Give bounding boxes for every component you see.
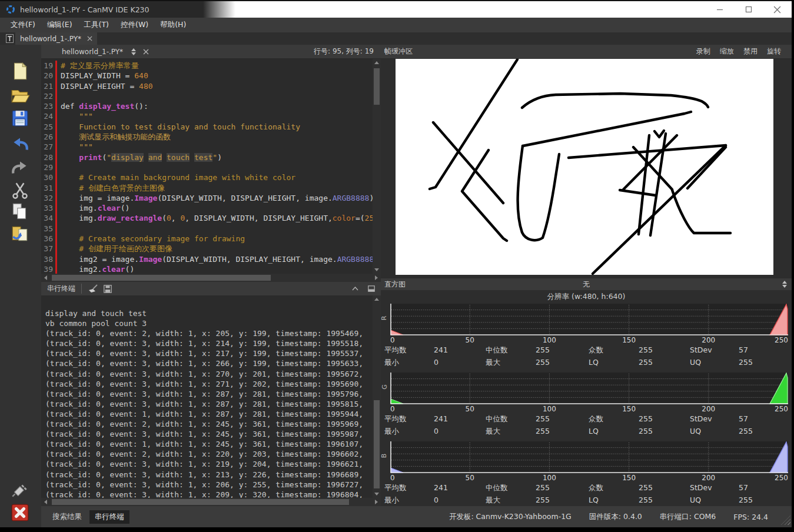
tab-helloworld[interactable]: helloworld_1-.PY* <box>15 32 97 45</box>
editor-hscrollbar[interactable] <box>41 274 381 282</box>
window-title: helloworld_1-.PY - CanMV IDE K230 <box>20 5 150 14</box>
modified-marker <box>55 122 57 132</box>
code-editor[interactable]: 19# 定义显示分辨率常量20DISPLAY_WIDTH = 64021DISP… <box>41 59 373 274</box>
code-line-37: 37 # 创建用于绘画的次要图像 <box>41 244 373 254</box>
code-line-39: 39 img2.clear() <box>41 264 373 274</box>
terminal-line-3: (track_id: 0, event: 3, width: 1, x: 214… <box>45 338 373 348</box>
terminal-output[interactable]: display and touch testvb common pool cou… <box>41 295 373 498</box>
channel-letter: G <box>381 384 388 390</box>
save-log-icon[interactable] <box>104 285 112 293</box>
detach-panel-icon[interactable] <box>368 285 375 292</box>
cursor-position: 行号: 95, 列号: 19 <box>314 46 374 56</box>
code-line-25: 25 Function to test display and touch fu… <box>41 122 373 132</box>
code-line-36: 36 # Create secondary image for drawing <box>41 234 373 244</box>
code-line-29: 29 <box>41 162 373 172</box>
code-line-20: 20DISPLAY_WIDTH = 640 <box>41 71 373 81</box>
channel-axis-ticks: 050100150200250 <box>390 405 788 414</box>
modified-marker <box>55 162 57 172</box>
editor-vscrollbar[interactable] <box>373 59 381 274</box>
terminal-line-14: (track_id: 0, event: 2, width: 1, x: 220… <box>45 449 373 459</box>
connect-button[interactable] <box>10 480 31 500</box>
new-file-button[interactable] <box>10 61 31 81</box>
modified-marker <box>55 142 57 152</box>
line-number: 28 <box>41 152 55 162</box>
framebuffer-button-0[interactable]: 录制 <box>692 45 715 58</box>
framebuffer-button-2[interactable]: 禁用 <box>739 45 762 58</box>
line-number: 32 <box>41 193 55 203</box>
channel-plot <box>390 441 788 473</box>
histogram-mode-combo-icon[interactable] <box>782 281 787 288</box>
redo-button[interactable] <box>10 158 31 178</box>
code-line-23: 23def display_test(): <box>41 101 373 111</box>
document-close-icon[interactable] <box>143 49 149 55</box>
framebuffer-buttons: 录制缩放禁用旋转 <box>692 45 786 58</box>
bottom-tab-0[interactable]: 搜索结果 <box>47 510 87 524</box>
terminal-line-2: (track_id: 0, event: 2, width: 1, x: 205… <box>45 328 373 338</box>
line-number: 25 <box>41 122 55 132</box>
line-number: 20 <box>41 71 55 81</box>
cut-button[interactable] <box>10 180 31 200</box>
terminal-line-7: (track_id: 0, event: 3, width: 1, x: 271… <box>45 379 373 389</box>
code-line-38: 38 img2 = image.Image(DISPLAY_WIDTH, DIS… <box>41 254 373 264</box>
stop-button[interactable] <box>10 503 31 523</box>
clear-terminal-icon[interactable] <box>88 284 98 293</box>
resolution-label: 分辨率 (w:480, h:640) <box>381 292 792 302</box>
undo-button[interactable] <box>10 134 31 154</box>
menu-item-2[interactable]: 工具(T) <box>78 18 115 32</box>
line-number: 33 <box>41 203 55 213</box>
modified-marker <box>55 213 57 223</box>
resize-grip[interactable] <box>781 516 790 525</box>
line-number: 22 <box>41 91 55 101</box>
code-line-34: 34 img.draw_rectangle(0, 0, DISPLAY_WIDT… <box>41 213 373 223</box>
line-number: 37 <box>41 244 55 254</box>
minimize-button[interactable] <box>706 1 733 18</box>
framebuffer-button-1[interactable]: 缩放 <box>715 45 739 58</box>
terminal-hscrollbar[interactable] <box>41 498 381 506</box>
terminal-line-6: (track_id: 0, event: 3, width: 1, x: 270… <box>45 369 373 379</box>
modified-marker <box>55 172 57 182</box>
document-selector[interactable]: helloworld_1-.PY* <box>62 48 123 56</box>
line-number: 26 <box>41 132 55 142</box>
terminal-line-5: (track_id: 0, event: 3, width: 1, x: 266… <box>45 358 373 368</box>
menu-item-4[interactable]: 帮助(H) <box>154 18 192 32</box>
code-line-27: 27 """ <box>41 142 373 152</box>
modified-marker <box>55 224 57 234</box>
terminal-vscrollbar[interactable] <box>373 295 381 498</box>
tab-close-icon[interactable] <box>87 36 92 41</box>
framebuffer-button-3[interactable]: 旋转 <box>762 45 786 58</box>
copy-button[interactable] <box>10 202 31 222</box>
histogram-channel-G: G050100150200250平均数241中位数255众数255StDev57… <box>381 373 792 441</box>
collapse-panel-icon[interactable] <box>352 287 358 291</box>
line-number: 35 <box>41 224 55 234</box>
paste-button[interactable] <box>10 224 31 244</box>
channel-letter: B <box>380 454 388 458</box>
menu-item-3[interactable]: 控件(W) <box>115 18 154 32</box>
histogram-mode-value: 无 <box>381 280 792 290</box>
channel-plot <box>390 373 788 404</box>
terminal-line-13: (track_id: 0, event: 1, width: 1, x: 245… <box>45 439 373 449</box>
editor-header: helloworld_1-.PY* 行号: 95, 列号: 19 <box>41 45 381 59</box>
framebuffer-title: 帧缓冲区 <box>384 46 413 56</box>
terminal-line-12: (track_id: 0, event: 3, width: 1, x: 245… <box>45 429 373 439</box>
status-item-2: 串行端口: COM6 <box>660 512 716 522</box>
code-line-30: 30 # Create main background image with w… <box>41 172 373 182</box>
maximize-button[interactable] <box>735 1 762 18</box>
line-number: 38 <box>41 254 55 264</box>
modified-marker <box>55 152 57 162</box>
document-selector-arrows-icon[interactable] <box>131 48 136 55</box>
modified-marker <box>55 101 57 111</box>
save-file-button[interactable] <box>10 108 31 128</box>
close-button[interactable] <box>763 1 790 18</box>
channel-stats: 平均数241中位数255众数255StDev57最小0最大255LQ255UQ2… <box>384 414 790 439</box>
code-line-24: 24 """ <box>41 111 373 121</box>
open-file-button[interactable] <box>10 86 31 106</box>
terminal-line-4: (track_id: 0, event: 3, width: 1, x: 217… <box>45 348 373 358</box>
histogram-channels: R050100150200250平均数241中位数255众数255StDev57… <box>381 304 792 510</box>
menu-item-1[interactable]: 编辑(E) <box>41 18 78 32</box>
terminal-line-8: (track_id: 0, event: 3, width: 1, x: 287… <box>45 389 373 399</box>
terminal-line-10: (track_id: 0, event: 1, width: 1, x: 287… <box>45 409 373 419</box>
code-line-33: 33 img.clear() <box>41 203 373 213</box>
menu-item-0[interactable]: 文件(F) <box>5 18 41 32</box>
bottom-tab-1[interactable]: 串行终端 <box>89 510 129 524</box>
line-number: 36 <box>41 234 55 244</box>
